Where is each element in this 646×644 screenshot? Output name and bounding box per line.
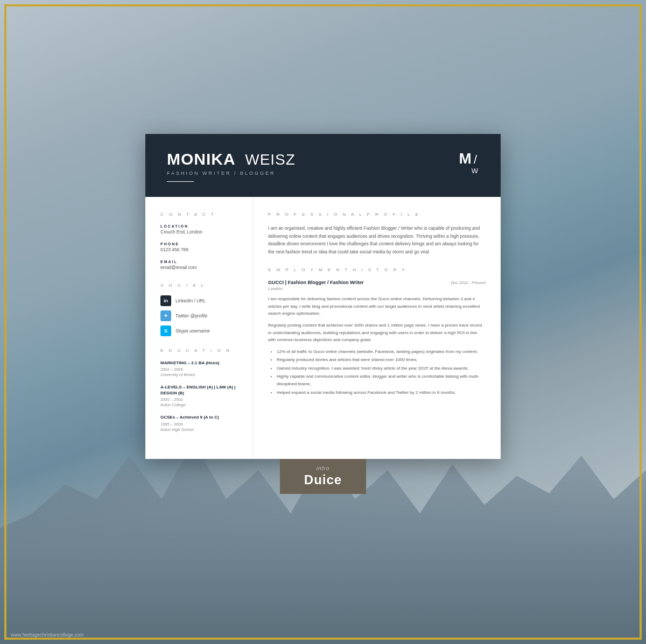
edu-item-3: GCSEs – Achieved 9 (A to C) 1995 – 2000 … <box>160 415 240 431</box>
contact-section: C O N T A C T LOCATION Crouch End, Londo… <box>160 212 240 271</box>
phone-label: PHONE <box>160 242 240 246</box>
social-section: S O C I A L in LinkedIn / URL ✦ Twitter … <box>160 283 240 336</box>
email-item: EMAIL email@email.com <box>160 260 240 271</box>
edu-degree-3: GCSEs – Achieved 9 (A to C) <box>160 415 240 420</box>
twitter-label: Twitter @profile <box>175 313 207 319</box>
brand-name: Duice <box>291 472 355 487</box>
resume-header: MONIKA WEISZ FASHION WRITER / BLOGGER M/… <box>145 134 501 197</box>
email-label: EMAIL <box>160 260 240 264</box>
job-title-1: GUCCI | Fashion Blogger / Fashion Writer <box>268 280 364 285</box>
linkedin-icon: in <box>160 295 171 306</box>
bullet-item: Gained industry recognition. I was award… <box>277 365 486 372</box>
twitter-icon: ✦ <box>160 310 171 321</box>
bullet-item: 12% of all traffic to Gucci online chann… <box>277 348 486 356</box>
monogram: M/ W <box>459 151 479 176</box>
location-label: LOCATION <box>160 224 240 228</box>
edu-degree-2: A-LEVELS – ENGLISH (A) | LAW (A) | DESIG… <box>160 385 240 396</box>
job-location-1: London <box>268 286 486 291</box>
resume-document: MONIKA WEISZ FASHION WRITER / BLOGGER M/… <box>145 134 501 458</box>
social-section-title: S O C I A L <box>160 283 240 288</box>
skype-icon: S <box>160 325 171 336</box>
edu-degree-1: MARKETING – 2.1 BA (Hons) <box>160 360 240 366</box>
profile-text: I am an organised, creative and highly e… <box>268 224 486 256</box>
edu-item-2: A-LEVELS – ENGLISH (A) | LAW (A) | DESIG… <box>160 385 240 407</box>
edu-school-3: Aston High School <box>160 427 240 432</box>
skype-item: S Skype username <box>160 325 240 336</box>
edu-years-2: 2000 – 2002 <box>160 397 240 402</box>
location-item: LOCATION Crouch End, London <box>160 224 240 236</box>
job-bullets-1: 12% of all traffic to Gucci online chann… <box>268 348 486 397</box>
bullet-item: Highly capable and communicative content… <box>277 373 486 387</box>
left-column: C O N T A C T LOCATION Crouch End, Londo… <box>145 197 253 458</box>
edu-item-1: MARKETING – 2.1 BA (Hons) 2002 – 2006 Un… <box>160 360 240 377</box>
employment-section: E M P L O Y M E N T H I S T O R Y GUCCI … <box>268 267 486 396</box>
phone-item: PHONE 0123 456 789 <box>160 242 240 253</box>
profile-section: P R O F E S S I O N A L P R O F I L E I … <box>268 212 486 256</box>
email-value: email@email.com <box>160 265 240 271</box>
skype-label: Skype username <box>175 328 210 334</box>
brand-intro: intro <box>291 465 355 471</box>
watermark-text: www.heritagechristiancollege.com <box>11 632 84 638</box>
resume-body: C O N T A C T LOCATION Crouch End, Londo… <box>145 197 501 458</box>
right-column: P R O F E S S I O N A L P R O F I L E I … <box>253 197 501 458</box>
job-dates-1: Dec 2012 - Present <box>451 280 486 285</box>
phone-value: 0123 456 789 <box>160 247 240 253</box>
brand-badge: intro Duice <box>280 459 366 494</box>
profile-section-title: P R O F E S S I O N A L P R O F I L E <box>268 212 486 217</box>
linkedin-item: in LinkedIn / URL <box>160 295 240 306</box>
edu-school-1: University of Bristol <box>160 372 240 377</box>
contact-section-title: C O N T A C T <box>160 212 240 217</box>
edu-years-3: 1995 – 2000 <box>160 422 240 427</box>
bottom-section: intro Duice <box>145 459 501 494</box>
bullet-item: Helped expand a social media following a… <box>277 389 486 397</box>
job-desc-1b: Regularly posting content that achieves … <box>268 322 486 344</box>
job-desc-1a: I am responsible for delivering fashion … <box>268 295 486 317</box>
main-container: MONIKA WEISZ FASHION WRITER / BLOGGER M/… <box>135 134 511 493</box>
linkedin-label: LinkedIn / URL <box>175 298 206 303</box>
edu-years-1: 2002 – 2006 <box>160 367 240 372</box>
location-value: Crouch End, London <box>160 229 240 236</box>
edu-school-2: Aston College <box>160 402 240 407</box>
education-section: E D U C A T I O N MARKETING – 2.1 BA (Ho… <box>160 348 240 432</box>
header-left: MONIKA WEISZ FASHION WRITER / BLOGGER <box>167 151 459 182</box>
employment-section-title: E M P L O Y M E N T H I S T O R Y <box>268 267 486 272</box>
candidate-name: MONIKA WEISZ <box>167 151 459 167</box>
bullet-item: Regularly produced stories and articles … <box>277 356 486 364</box>
twitter-item: ✦ Twitter @profile <box>160 310 240 321</box>
job-header-1: GUCCI | Fashion Blogger / Fashion Writer… <box>268 280 486 285</box>
candidate-title: FASHION WRITER / BLOGGER <box>167 171 459 176</box>
education-section-title: E D U C A T I O N <box>160 348 240 353</box>
header-divider <box>167 181 194 182</box>
